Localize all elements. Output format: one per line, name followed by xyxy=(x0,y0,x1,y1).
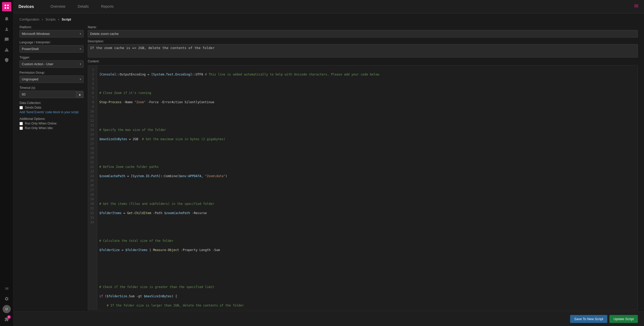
description-field: Description: If the zoom cache is => 2GB… xyxy=(88,40,638,57)
platform-field: Platform: Microsoft Windows macOS Linux xyxy=(19,25,84,37)
chat-bubble-icon[interactable] xyxy=(2,35,11,44)
save-to-new-script-button[interactable]: Save To New Script xyxy=(570,315,607,323)
tab-reports[interactable]: Reports xyxy=(95,0,120,13)
main-area: Devices Overview Details Reports Configu… xyxy=(13,0,644,326)
footer: Save To New Script Update Script xyxy=(13,312,644,326)
platform-select[interactable]: Microsoft Windows macOS Linux xyxy=(19,30,84,37)
run-idle-row: Run Only When Idle: xyxy=(19,126,84,130)
code-content[interactable]: [Console]::OutputEncoding = [System.Text… xyxy=(97,65,638,310)
tab-details[interactable]: Details xyxy=(72,0,95,13)
notifications-icon[interactable] xyxy=(2,14,11,24)
topnav-tabs: Overview Details Reports xyxy=(44,0,120,13)
permission-label: Permission Group: xyxy=(19,71,84,74)
right-panel: Name: Description: If the zoom cache is … xyxy=(88,25,638,310)
run-online-checkbox[interactable] xyxy=(19,122,23,125)
add-send-events-link[interactable]: Add 'Send Events' code block to your scr… xyxy=(19,110,84,114)
svg-rect-1 xyxy=(7,5,9,6)
sidebar-logo[interactable] xyxy=(2,2,11,11)
hamburger-icon[interactable] xyxy=(634,3,639,10)
run-online-label: Run Only When Online: xyxy=(25,122,57,125)
user-circle-icon[interactable] xyxy=(2,25,11,34)
sends-data-label: Sends Data: xyxy=(25,106,42,109)
code-area: 1 2 3 4 5 6 7 8 9 10 11 12 13 xyxy=(88,65,638,310)
update-script-button[interactable]: Update Script xyxy=(609,315,638,323)
permission-select[interactable]: Ungrouped Admin User xyxy=(19,75,84,83)
run-online-row: Run Only When Online: xyxy=(19,122,84,125)
avatar[interactable]: U xyxy=(2,304,11,314)
permission-field: Permission Group: Ungrouped Admin User xyxy=(19,71,84,83)
breadcrumb: Configuration › Scripts › Script xyxy=(19,17,638,21)
svg-rect-0 xyxy=(5,5,6,6)
sends-data-row: Sends Data: xyxy=(19,106,84,109)
description-textarea[interactable]: If the zoom cache is => 2GB, delete the … xyxy=(88,44,638,57)
language-select-wrapper: PowerShell Bash Python xyxy=(19,45,84,53)
timeout-field: Timeout (s): ▲ xyxy=(19,86,84,98)
language-field: Language / Interpreter: PowerShell Bash … xyxy=(19,41,84,53)
data-collection-section: Data Collection: Sends Data: Add 'Send E… xyxy=(19,101,84,114)
description-label: Description: xyxy=(88,40,638,43)
run-idle-checkbox[interactable] xyxy=(19,127,23,130)
language-label: Language / Interpreter: xyxy=(19,41,84,44)
platform-label: Platform: xyxy=(19,25,84,29)
timeout-wrapper: ▲ xyxy=(19,91,84,98)
sends-data-checkbox[interactable] xyxy=(19,106,23,109)
line-numbers: 1 2 3 4 5 6 7 8 9 10 11 12 13 xyxy=(88,65,97,310)
plugin-badge: 8 xyxy=(7,315,11,319)
topnav-right xyxy=(634,3,639,10)
data-collection-label: Data Collection: xyxy=(19,101,84,105)
name-field: Name: xyxy=(88,25,638,37)
svg-point-4 xyxy=(6,28,7,29)
sidebar: U 8 xyxy=(0,0,13,326)
additional-options-section: Additional Options: Run Only When Online… xyxy=(19,117,84,130)
platform-select-wrapper: Microsoft Windows macOS Linux xyxy=(19,30,84,37)
trigger-label: Trigger: xyxy=(19,56,84,59)
timeout-label: Timeout (s): xyxy=(19,86,84,90)
name-label: Name: xyxy=(88,25,638,29)
svg-rect-2 xyxy=(5,7,6,9)
page-title: Devices xyxy=(18,4,34,9)
list-items-icon[interactable] xyxy=(2,284,11,293)
breadcrumb-script: Script xyxy=(62,17,71,21)
timeout-increment-btn[interactable]: ▲ xyxy=(76,91,84,98)
name-input[interactable] xyxy=(88,30,638,37)
run-idle-label: Run Only When Idle: xyxy=(25,126,53,130)
left-panel: Platform: Microsoft Windows macOS Linux … xyxy=(19,25,84,310)
shield-icon[interactable] xyxy=(2,55,11,65)
breadcrumb-scripts[interactable]: Scripts xyxy=(45,17,56,21)
content-label: Content: xyxy=(88,60,638,63)
code-editor[interactable]: 1 2 3 4 5 6 7 8 9 10 11 12 13 xyxy=(88,65,638,310)
permission-select-wrapper: Ungrouped Admin User xyxy=(19,75,84,83)
trigger-field: Trigger: Custom Action - User Custom Act… xyxy=(19,56,84,68)
trigger-select[interactable]: Custom Action - User Custom Action - Sys… xyxy=(19,60,84,68)
svg-rect-3 xyxy=(7,7,9,9)
alert-triangle-icon[interactable] xyxy=(2,45,11,54)
plugin-icon[interactable]: 8 xyxy=(2,315,11,324)
form-layout: Platform: Microsoft Windows macOS Linux … xyxy=(19,25,638,310)
trigger-select-wrapper: Custom Action - User Custom Action - Sys… xyxy=(19,60,84,68)
content-area: Configuration › Scripts › Script Platfor… xyxy=(13,13,644,312)
topnav: Devices Overview Details Reports xyxy=(13,0,644,13)
settings-gear-icon[interactable] xyxy=(2,294,11,303)
additional-options-label: Additional Options: xyxy=(19,117,84,121)
timeout-input[interactable] xyxy=(19,91,76,98)
tab-overview[interactable]: Overview xyxy=(44,0,72,13)
breadcrumb-configuration[interactable]: Configuration xyxy=(19,17,39,21)
language-select[interactable]: PowerShell Bash Python xyxy=(19,45,84,53)
